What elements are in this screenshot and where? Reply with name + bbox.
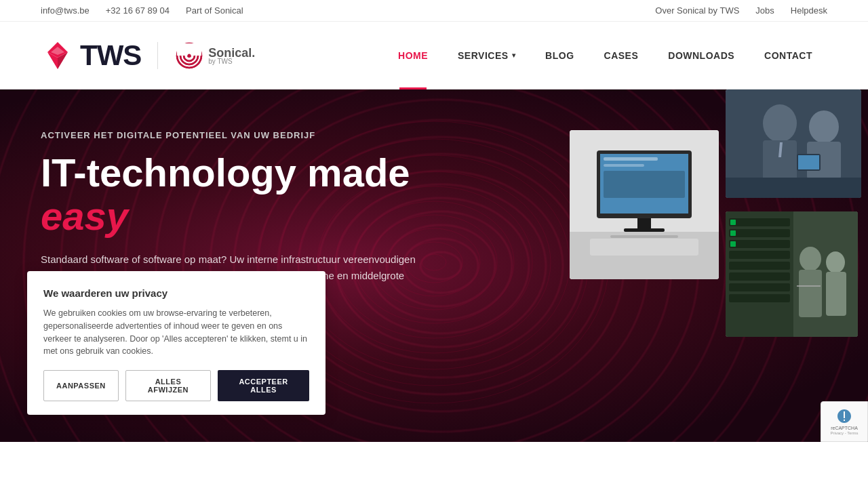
topbar-link-over[interactable]: Over Sonical by TWS xyxy=(655,5,739,16)
cookie-banner: We waarderen uw privacy We gebruiken coo… xyxy=(27,271,326,415)
recaptcha-icon xyxy=(836,408,852,424)
topbar-email: info@tws.be xyxy=(41,5,90,16)
svg-point-55 xyxy=(809,110,839,143)
topbar-phone: +32 16 67 89 04 xyxy=(106,5,170,16)
logo-divider xyxy=(157,42,158,69)
cookie-accepteer-button[interactable]: ACCEPTEER ALLES xyxy=(218,370,309,401)
nav-home[interactable]: HOME xyxy=(383,22,443,89)
topbar: info@tws.be +32 16 67 89 04 Part of Soni… xyxy=(0,0,868,22)
topbar-right: Over Sonical by TWS Jobs Helpdesk xyxy=(655,5,827,16)
cookie-buttons: AANPASSEN ALLES AFWIJZEN ACCEPTEER ALLES xyxy=(43,370,309,401)
svg-rect-59 xyxy=(726,178,861,198)
tws-logo[interactable]: TWS xyxy=(41,39,141,73)
server-illustration xyxy=(726,211,858,337)
topbar-link-helpdesk[interactable]: Helpdesk xyxy=(791,5,827,16)
cookie-aanpassen-button[interactable]: AANPASSEN xyxy=(43,370,119,401)
svg-rect-8 xyxy=(177,43,201,56)
svg-rect-50 xyxy=(610,235,678,238)
svg-rect-48 xyxy=(624,228,665,232)
topbar-partof: Part of Sonical xyxy=(186,5,243,16)
hero-subtitle: ACTIVEER HET DIGITALE POTENTIEEL VAN UW … xyxy=(41,130,420,140)
main-nav: HOME SERVICES ▾ BLOG CASES DOWNLOADS CON… xyxy=(383,22,827,89)
hero-title-accent: easy xyxy=(41,194,128,238)
sonical-logo[interactable]: Sonical. by TWS xyxy=(174,41,255,70)
recaptcha-label: reCAPTCHA xyxy=(831,426,858,430)
svg-rect-45 xyxy=(604,164,644,167)
svg-rect-77 xyxy=(826,272,846,316)
tws-logo-text: TWS xyxy=(80,39,141,72)
svg-rect-69 xyxy=(729,251,790,259)
nav-cases[interactable]: CASES xyxy=(589,22,654,89)
svg-rect-66 xyxy=(730,230,736,236)
svg-rect-65 xyxy=(729,229,790,237)
hero-image-meeting xyxy=(726,89,861,198)
topbar-link-jobs[interactable]: Jobs xyxy=(755,5,774,16)
svg-rect-46 xyxy=(604,171,685,198)
recaptcha-sub: Privacy - Terms xyxy=(830,431,858,435)
desktop-illustration xyxy=(570,130,719,279)
nav-services[interactable]: SERVICES ▾ xyxy=(443,22,530,89)
hero-title: IT-technology made easy xyxy=(41,151,420,238)
nav-downloads[interactable]: DOWNLOADS xyxy=(653,22,749,89)
svg-point-30 xyxy=(422,254,446,270)
cookie-text: We gebruiken cookies om uw browse-ervari… xyxy=(43,307,309,358)
svg-rect-63 xyxy=(729,218,790,226)
nav-services-arrow: ▾ xyxy=(512,52,516,59)
svg-point-76 xyxy=(826,251,845,273)
nav-blog[interactable]: BLOG xyxy=(530,22,589,89)
svg-rect-67 xyxy=(729,240,790,248)
svg-rect-68 xyxy=(730,241,736,247)
cookie-title: We waarderen uw privacy xyxy=(43,287,309,299)
svg-rect-49 xyxy=(590,239,698,256)
svg-rect-73 xyxy=(729,294,790,302)
svg-rect-72 xyxy=(729,283,790,291)
svg-rect-58 xyxy=(798,155,819,169)
svg-point-9 xyxy=(188,54,191,57)
cookie-afwijzen-button[interactable]: ALLES AFWIJZEN xyxy=(125,370,211,401)
header: TWS Sonical. by TWS xyxy=(0,22,868,89)
topbar-left: info@tws.be +32 16 67 89 04 Part of Soni… xyxy=(41,5,243,16)
recaptcha-badge: reCAPTCHA Privacy - Terms xyxy=(821,401,868,442)
svg-rect-64 xyxy=(730,220,736,225)
hero-title-line1: IT-technology made xyxy=(41,150,410,195)
meeting-illustration xyxy=(726,89,861,198)
svg-rect-71 xyxy=(729,272,790,281)
sonical-text-block: Sonical. by TWS xyxy=(208,46,255,65)
sonical-icon xyxy=(174,41,204,70)
svg-rect-47 xyxy=(637,218,651,228)
svg-rect-75 xyxy=(799,270,822,317)
logo-area: TWS Sonical. by TWS xyxy=(41,39,255,73)
svg-rect-70 xyxy=(729,262,790,270)
svg-rect-44 xyxy=(604,157,658,161)
nav-services-label: SERVICES xyxy=(458,50,509,61)
nav-contact[interactable]: CONTACT xyxy=(749,22,827,89)
svg-point-74 xyxy=(800,247,821,271)
hero-section: ACTIVEER HET DIGITALE POTENTIEEL VAN UW … xyxy=(0,89,868,442)
hero-image-server xyxy=(726,211,858,337)
svg-point-52 xyxy=(763,104,797,142)
tws-logo-icon xyxy=(41,39,75,73)
hero-image-desktop xyxy=(570,130,719,279)
